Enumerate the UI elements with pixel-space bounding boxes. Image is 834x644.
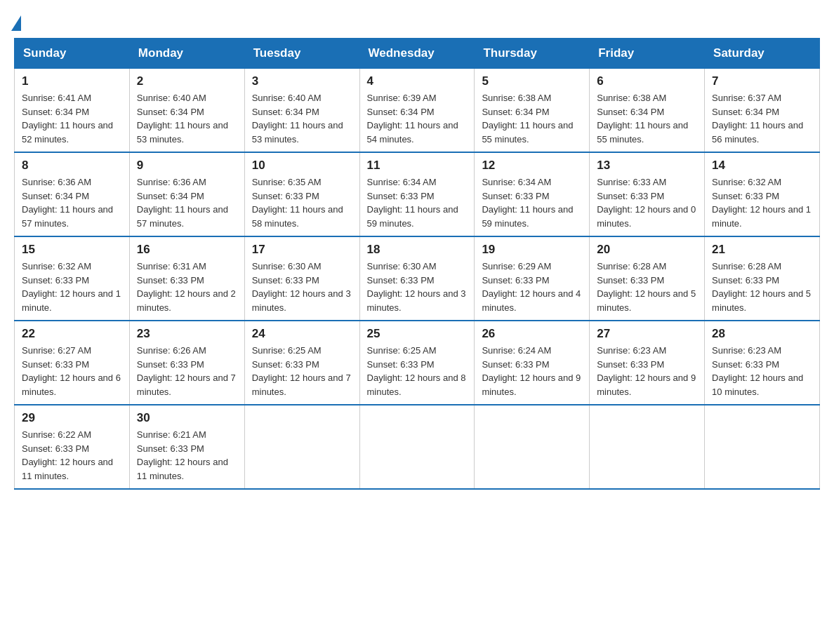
day-number: 16 <box>137 243 237 257</box>
calendar-cell <box>475 405 590 489</box>
day-number: 7 <box>712 74 812 88</box>
day-info: Sunrise: 6:22 AMSunset: 6:33 PMDaylight:… <box>22 428 122 483</box>
calendar-cell: 5Sunrise: 6:38 AMSunset: 6:34 PMDaylight… <box>475 68 590 152</box>
calendar-cell: 27Sunrise: 6:23 AMSunset: 6:33 PMDayligh… <box>590 321 705 405</box>
day-number: 9 <box>137 159 237 173</box>
calendar-cell: 21Sunrise: 6:28 AMSunset: 6:33 PMDayligh… <box>705 236 820 321</box>
day-number: 10 <box>252 159 352 173</box>
day-info: Sunrise: 6:36 AMSunset: 6:34 PMDaylight:… <box>137 175 237 230</box>
day-info: Sunrise: 6:24 AMSunset: 6:33 PMDaylight:… <box>482 344 582 398</box>
calendar-cell: 13Sunrise: 6:33 AMSunset: 6:33 PMDayligh… <box>590 152 705 236</box>
day-info: Sunrise: 6:25 AMSunset: 6:33 PMDaylight:… <box>252 344 352 398</box>
day-info: Sunrise: 6:38 AMSunset: 6:34 PMDaylight:… <box>482 91 582 146</box>
calendar-cell: 30Sunrise: 6:21 AMSunset: 6:33 PMDayligh… <box>129 405 244 489</box>
day-info: Sunrise: 6:40 AMSunset: 6:34 PMDaylight:… <box>137 91 237 146</box>
day-info: Sunrise: 6:34 AMSunset: 6:33 PMDaylight:… <box>367 175 468 230</box>
calendar-cell: 8Sunrise: 6:36 AMSunset: 6:34 PMDaylight… <box>15 152 130 236</box>
calendar-week-row: 15Sunrise: 6:32 AMSunset: 6:33 PMDayligh… <box>15 236 820 321</box>
calendar-header-sunday: Sunday <box>15 39 130 68</box>
day-number: 28 <box>712 327 812 341</box>
calendar-cell: 4Sunrise: 6:39 AMSunset: 6:34 PMDaylight… <box>359 68 475 152</box>
calendar-cell: 19Sunrise: 6:29 AMSunset: 6:33 PMDayligh… <box>475 236 590 321</box>
day-info: Sunrise: 6:40 AMSunset: 6:34 PMDaylight:… <box>252 91 352 146</box>
calendar-cell <box>359 405 475 489</box>
day-info: Sunrise: 6:28 AMSunset: 6:33 PMDaylight:… <box>597 260 697 314</box>
calendar-cell: 26Sunrise: 6:24 AMSunset: 6:33 PMDayligh… <box>475 321 590 405</box>
calendar-cell: 12Sunrise: 6:34 AMSunset: 6:33 PMDayligh… <box>475 152 590 236</box>
calendar-cell: 28Sunrise: 6:23 AMSunset: 6:33 PMDayligh… <box>705 321 820 405</box>
calendar-week-row: 29Sunrise: 6:22 AMSunset: 6:33 PMDayligh… <box>15 405 820 489</box>
calendar-cell: 11Sunrise: 6:34 AMSunset: 6:33 PMDayligh… <box>359 152 475 236</box>
day-number: 17 <box>252 243 352 257</box>
calendar-cell <box>705 405 820 489</box>
calendar-week-row: 8Sunrise: 6:36 AMSunset: 6:34 PMDaylight… <box>15 152 820 236</box>
day-info: Sunrise: 6:32 AMSunset: 6:33 PMDaylight:… <box>22 260 122 314</box>
calendar-cell: 1Sunrise: 6:41 AMSunset: 6:34 PMDaylight… <box>15 68 130 152</box>
day-info: Sunrise: 6:28 AMSunset: 6:33 PMDaylight:… <box>712 260 812 314</box>
calendar-cell: 29Sunrise: 6:22 AMSunset: 6:33 PMDayligh… <box>15 405 130 489</box>
day-number: 27 <box>597 327 697 341</box>
day-number: 20 <box>597 243 697 257</box>
day-number: 1 <box>22 74 122 88</box>
calendar-cell <box>590 405 705 489</box>
calendar-header-saturday: Saturday <box>705 39 820 68</box>
calendar-table: SundayMondayTuesdayWednesdayThursdayFrid… <box>14 38 820 490</box>
day-number: 3 <box>252 74 352 88</box>
day-info: Sunrise: 6:33 AMSunset: 6:33 PMDaylight:… <box>597 175 697 230</box>
day-number: 2 <box>137 74 237 88</box>
calendar-cell <box>244 405 359 489</box>
day-info: Sunrise: 6:37 AMSunset: 6:34 PMDaylight:… <box>712 91 812 146</box>
day-number: 11 <box>367 159 468 173</box>
calendar-week-row: 22Sunrise: 6:27 AMSunset: 6:33 PMDayligh… <box>15 321 820 405</box>
day-info: Sunrise: 6:35 AMSunset: 6:33 PMDaylight:… <box>252 175 352 230</box>
calendar-cell: 15Sunrise: 6:32 AMSunset: 6:33 PMDayligh… <box>15 236 130 321</box>
calendar-cell: 24Sunrise: 6:25 AMSunset: 6:33 PMDayligh… <box>244 321 359 405</box>
calendar-cell: 16Sunrise: 6:31 AMSunset: 6:33 PMDayligh… <box>129 236 244 321</box>
logo-triangle-icon <box>11 15 21 31</box>
calendar-cell: 7Sunrise: 6:37 AMSunset: 6:34 PMDaylight… <box>705 68 820 152</box>
calendar-cell: 20Sunrise: 6:28 AMSunset: 6:33 PMDayligh… <box>590 236 705 321</box>
day-number: 22 <box>22 327 122 341</box>
day-number: 23 <box>137 327 237 341</box>
day-number: 19 <box>482 243 582 257</box>
day-number: 5 <box>482 74 582 88</box>
day-number: 12 <box>482 159 582 173</box>
calendar-cell: 3Sunrise: 6:40 AMSunset: 6:34 PMDaylight… <box>244 68 359 152</box>
day-info: Sunrise: 6:41 AMSunset: 6:34 PMDaylight:… <box>22 91 122 146</box>
calendar-header-monday: Monday <box>129 39 244 68</box>
calendar-cell: 17Sunrise: 6:30 AMSunset: 6:33 PMDayligh… <box>244 236 359 321</box>
day-info: Sunrise: 6:27 AMSunset: 6:33 PMDaylight:… <box>22 344 122 398</box>
calendar-week-row: 1Sunrise: 6:41 AMSunset: 6:34 PMDaylight… <box>15 68 820 152</box>
day-number: 24 <box>252 327 352 341</box>
calendar-cell: 10Sunrise: 6:35 AMSunset: 6:33 PMDayligh… <box>244 152 359 236</box>
day-info: Sunrise: 6:31 AMSunset: 6:33 PMDaylight:… <box>137 260 237 314</box>
day-info: Sunrise: 6:25 AMSunset: 6:33 PMDaylight:… <box>367 344 468 398</box>
day-number: 21 <box>712 243 812 257</box>
day-number: 30 <box>137 411 237 425</box>
calendar-header-wednesday: Wednesday <box>359 39 475 68</box>
day-info: Sunrise: 6:30 AMSunset: 6:33 PMDaylight:… <box>367 260 468 314</box>
calendar-cell: 2Sunrise: 6:40 AMSunset: 6:34 PMDaylight… <box>129 68 244 152</box>
calendar-cell: 6Sunrise: 6:38 AMSunset: 6:34 PMDaylight… <box>590 68 705 152</box>
day-number: 26 <box>482 327 582 341</box>
page-header <box>14 14 820 31</box>
calendar-header-friday: Friday <box>590 39 705 68</box>
day-info: Sunrise: 6:23 AMSunset: 6:33 PMDaylight:… <box>597 344 697 398</box>
day-number: 18 <box>367 243 468 257</box>
day-number: 29 <box>22 411 122 425</box>
day-info: Sunrise: 6:30 AMSunset: 6:33 PMDaylight:… <box>252 260 352 314</box>
calendar-cell: 22Sunrise: 6:27 AMSunset: 6:33 PMDayligh… <box>15 321 130 405</box>
logo <box>14 14 21 31</box>
day-number: 4 <box>367 74 468 88</box>
calendar-cell: 9Sunrise: 6:36 AMSunset: 6:34 PMDaylight… <box>129 152 244 236</box>
calendar-header-tuesday: Tuesday <box>244 39 359 68</box>
calendar-cell: 23Sunrise: 6:26 AMSunset: 6:33 PMDayligh… <box>129 321 244 405</box>
day-number: 13 <box>597 159 697 173</box>
calendar-cell: 25Sunrise: 6:25 AMSunset: 6:33 PMDayligh… <box>359 321 475 405</box>
calendar-header-row: SundayMondayTuesdayWednesdayThursdayFrid… <box>15 39 820 68</box>
day-number: 6 <box>597 74 697 88</box>
day-info: Sunrise: 6:21 AMSunset: 6:33 PMDaylight:… <box>137 428 237 483</box>
day-info: Sunrise: 6:29 AMSunset: 6:33 PMDaylight:… <box>482 260 582 314</box>
day-number: 25 <box>367 327 468 341</box>
day-info: Sunrise: 6:34 AMSunset: 6:33 PMDaylight:… <box>482 175 582 230</box>
